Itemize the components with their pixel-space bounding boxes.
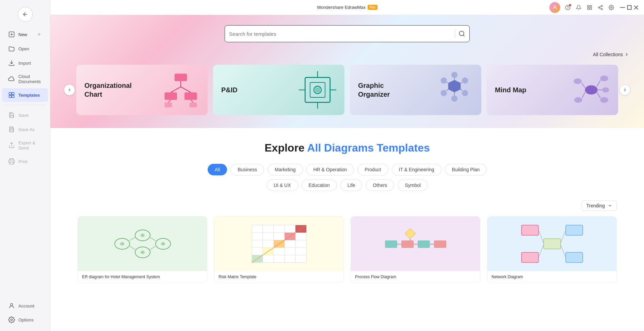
sidebar-account-label: Account (18, 303, 34, 309)
svg-point-26 (611, 7, 612, 8)
titlebar-controls (549, 2, 639, 13)
template-card-3-title: Process Flow Diagram (351, 271, 480, 283)
svg-line-41 (168, 100, 171, 102)
filter-uiux[interactable]: UI & UX (267, 179, 298, 191)
svg-point-23 (601, 8, 602, 10)
svg-line-32 (463, 35, 465, 36)
card-pid-icon (299, 71, 336, 109)
card-mind-label: Mind Map (495, 85, 526, 94)
sidebar-item-account[interactable]: Account (2, 299, 48, 313)
carousel-card-graphic[interactable]: Graphic Organizer (350, 65, 481, 115)
pro-badge: Pro (368, 5, 377, 10)
template-card-1-title: ER diagram for Hotel Management System (78, 271, 207, 283)
search-divider (455, 30, 455, 38)
svg-line-70 (582, 83, 585, 88)
svg-line-60 (461, 89, 462, 91)
filter-marketing[interactable]: Marketing (268, 164, 303, 175)
filter-life[interactable]: Life (340, 179, 363, 191)
filter-product[interactable]: Product (357, 164, 388, 175)
svg-rect-17 (587, 5, 589, 7)
filter-it[interactable]: IT & Engineering (392, 164, 441, 175)
svg-rect-114 (566, 252, 583, 263)
sidebar-item-open[interactable]: Open (2, 42, 48, 56)
carousel-next-button[interactable] (619, 84, 630, 95)
svg-rect-6 (12, 93, 14, 95)
back-button[interactable] (18, 7, 33, 22)
svg-point-66 (600, 76, 608, 81)
svg-rect-20 (590, 8, 592, 10)
svg-point-57 (441, 77, 447, 83)
minimize-button[interactable] (620, 5, 625, 10)
svg-line-62 (447, 89, 448, 91)
avatar[interactable] (549, 2, 560, 13)
svg-rect-7 (9, 95, 12, 98)
svg-line-117 (538, 245, 544, 257)
card-pid-label: P&ID (221, 85, 238, 94)
explore-section: Explore All Diagrams Templates All Busin… (50, 128, 644, 293)
svg-rect-37 (190, 103, 197, 108)
svg-rect-111 (521, 225, 538, 235)
filter-education[interactable]: Education (302, 179, 337, 191)
search-button[interactable] (458, 30, 465, 37)
settings-icon[interactable] (608, 4, 615, 11)
sidebar-item-print[interactable]: Print (2, 155, 48, 168)
template-card-3[interactable]: Process Flow Diagram (351, 216, 480, 283)
sidebar-item-new[interactable]: New (2, 28, 48, 41)
svg-point-54 (462, 90, 468, 96)
svg-point-85 (141, 251, 145, 254)
share-icon[interactable] (597, 4, 604, 11)
svg-point-16 (568, 9, 568, 9)
help-icon[interactable] (564, 4, 571, 11)
card-org-label: Organizational Chart (84, 81, 132, 99)
filter-hr[interactable]: HR & Operation (306, 164, 354, 175)
all-collections-link[interactable]: All Collections (593, 52, 629, 57)
template-card-4[interactable]: Network Diagram (487, 216, 617, 283)
carousel-prev-button[interactable] (64, 84, 75, 95)
svg-marker-109 (405, 228, 416, 239)
filter-others[interactable]: Others (366, 179, 394, 191)
svg-point-52 (451, 72, 457, 78)
svg-line-59 (461, 82, 462, 83)
grid-icon[interactable] (586, 4, 593, 11)
svg-rect-115 (544, 239, 561, 249)
trending-dropdown[interactable]: Trending (582, 201, 617, 211)
sidebar-item-import[interactable]: Import (2, 56, 48, 70)
explore-title: Explore All Diagrams Templates (78, 142, 617, 154)
app-title: Wondershare EdrawMax Pro (317, 5, 377, 10)
template-card-2[interactable]: Risk Matrix Template (214, 216, 344, 283)
search-input[interactable] (229, 31, 451, 37)
svg-point-55 (451, 96, 457, 102)
sidebar-item-save[interactable]: Save (2, 108, 48, 122)
filter-tags-row1: All Business Marketing HR & Operation Pr… (78, 164, 617, 175)
svg-point-65 (574, 78, 582, 84)
restore-button[interactable] (627, 5, 632, 10)
svg-line-81 (150, 237, 156, 241)
sidebar-export-label: Export & Send (18, 140, 42, 151)
carousel-card-mind[interactable]: Mind Map (487, 65, 618, 115)
close-button[interactable] (634, 5, 639, 10)
sidebar-item-cloud[interactable]: Cloud Documents (2, 70, 48, 88)
svg-rect-33 (175, 74, 187, 81)
filter-business[interactable]: Business (230, 164, 264, 175)
sidebar-options-label: Options (18, 317, 34, 322)
svg-rect-11 (10, 162, 13, 164)
sidebar-item-saveas[interactable]: A Save As (2, 123, 48, 136)
svg-line-25 (600, 6, 601, 7)
sidebar-item-templates[interactable]: Templates (2, 88, 48, 102)
svg-point-68 (600, 97, 608, 103)
template-card-1[interactable]: ER diagram for Hotel Management System (78, 216, 207, 283)
filter-building[interactable]: Building Plan (445, 164, 487, 175)
svg-rect-18 (590, 5, 592, 7)
carousel-card-org[interactable]: Organizational Chart (76, 65, 208, 115)
svg-line-71 (597, 80, 600, 86)
filter-symbol[interactable]: Symbol (398, 179, 428, 191)
carousel-items: Organizational Chart (75, 62, 619, 118)
sidebar-item-export[interactable]: Export & Send (2, 137, 48, 154)
filter-all[interactable]: All (208, 164, 227, 175)
card-graphic-label: Graphic Organizer (358, 81, 406, 99)
carousel-card-pid[interactable]: P&ID (213, 65, 344, 115)
sidebar-item-options[interactable]: Options (2, 313, 48, 327)
template-card-4-img (487, 217, 616, 271)
svg-line-118 (561, 230, 566, 243)
bell-icon[interactable] (575, 4, 582, 11)
